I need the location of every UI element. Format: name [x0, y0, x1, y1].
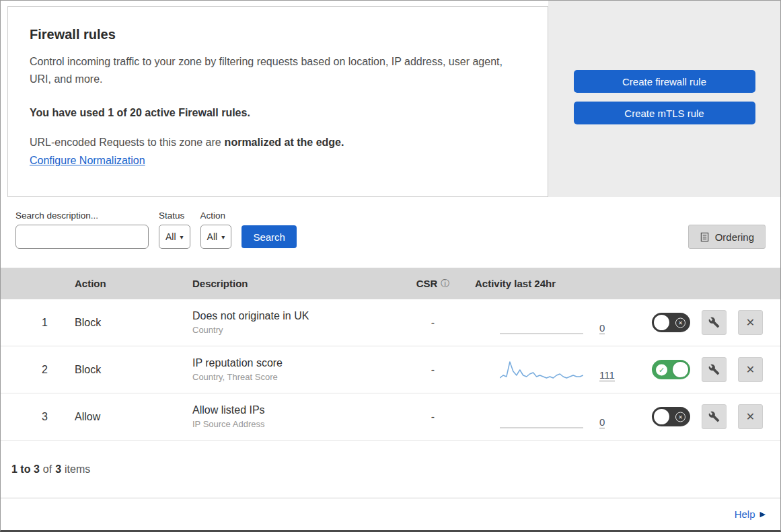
- help-link-label: Help: [735, 508, 755, 520]
- wrench-icon: [708, 317, 720, 328]
- rule-description: Allow listed IPs: [192, 404, 394, 416]
- page-title: Firewall rules: [30, 27, 521, 42]
- wrench-icon: [708, 411, 720, 422]
- rule-activity-cell: 111: [472, 346, 620, 393]
- activity-count-link[interactable]: 111: [599, 370, 615, 381]
- rule-enabled-toggle[interactable]: ✓ ✕: [652, 407, 690, 426]
- header-action: Action: [61, 278, 179, 289]
- table-header: Action Description CSR ⓘ Activity last 2…: [1, 268, 780, 299]
- help-row: Help ▶: [1, 498, 780, 530]
- activity-sparkline: [500, 407, 583, 428]
- pagination-items: items: [65, 463, 90, 476]
- delete-rule-button[interactable]: ✕: [738, 357, 763, 382]
- action-filter-field: Action All ▾: [200, 211, 232, 249]
- delete-rule-button[interactable]: ✕: [738, 310, 763, 335]
- rule-csr-value: -: [394, 411, 472, 423]
- pagination-of: of: [43, 463, 52, 476]
- top-section: Firewall rules Control incoming traffic …: [1, 1, 780, 197]
- rule-activity-cell: 0: [472, 299, 620, 346]
- configure-normalization-link[interactable]: Configure Normalization: [30, 155, 145, 167]
- toggle-knob: [654, 409, 669, 424]
- check-icon: ✓: [656, 364, 667, 375]
- rule-description-cell: Does not originate in UK Country: [179, 310, 394, 335]
- toggle-knob: [654, 315, 669, 330]
- rule-csr-value: -: [394, 364, 472, 376]
- pagination-range: 1 to 3: [11, 463, 40, 476]
- help-link[interactable]: Help ▶: [735, 508, 766, 520]
- close-icon: ✕: [746, 410, 755, 423]
- page-description: Control incoming traffic to your zone by…: [30, 53, 521, 88]
- rule-match-fields: Country, Threat Score: [192, 372, 394, 382]
- x-circle-icon: ✕: [675, 317, 685, 328]
- status-filter-label: Status: [159, 211, 190, 221]
- edit-rule-button[interactable]: [702, 404, 727, 429]
- chevron-down-icon: ▾: [221, 233, 225, 241]
- filter-toolbar: Search description... Status All ▾ Actio…: [1, 197, 780, 268]
- rule-description-cell: IP reputation score Country, Threat Scor…: [179, 357, 394, 382]
- search-label: Search description...: [15, 211, 149, 221]
- table-row: 2 Block IP reputation score Country, Thr…: [1, 346, 780, 393]
- rule-description: IP reputation score: [192, 357, 394, 369]
- list-icon: [700, 232, 710, 242]
- chevron-right-icon: ▶: [760, 510, 766, 519]
- firewall-rules-page: Firewall rules Control incoming traffic …: [0, 0, 781, 532]
- action-filter-dropdown[interactable]: All ▾: [200, 225, 232, 249]
- ordering-button[interactable]: Ordering: [688, 225, 766, 249]
- rule-csr-value: -: [394, 317, 472, 329]
- header-csr: CSR ⓘ: [394, 278, 472, 290]
- normalization-bold: normalized at the edge.: [225, 137, 344, 148]
- edit-rule-button[interactable]: [702, 310, 727, 335]
- rule-action: Block: [61, 317, 179, 329]
- status-filter-field: Status All ▾: [159, 211, 190, 249]
- rule-action: Allow: [61, 411, 179, 423]
- status-filter-dropdown[interactable]: All ▾: [159, 225, 190, 249]
- rule-priority: 2: [1, 364, 61, 376]
- create-firewall-rule-button[interactable]: Create firewall rule: [574, 70, 755, 93]
- activity-sparkline: [500, 313, 583, 334]
- table-row: 3 Allow Allow listed IPs IP Source Addre…: [1, 393, 780, 441]
- rule-enabled-toggle[interactable]: ✓ ✕: [652, 360, 690, 379]
- activity-count-link[interactable]: 0: [599, 323, 605, 334]
- search-box: [15, 225, 149, 249]
- pagination-total: 3: [55, 463, 61, 476]
- pagination: 1 to 3 of 3 items: [11, 463, 90, 476]
- delete-rule-button[interactable]: ✕: [738, 404, 763, 429]
- wrench-icon: [708, 364, 720, 375]
- rule-enabled-toggle[interactable]: ✓ ✕: [652, 313, 690, 332]
- toggle-knob: [673, 362, 688, 377]
- intro-card: Firewall rules Control incoming traffic …: [7, 6, 548, 197]
- normalization-text: URL-encoded Requests to this zone arenor…: [30, 137, 521, 149]
- rule-priority: 3: [1, 411, 61, 423]
- table-row: 1 Block Does not originate in UK Country…: [1, 299, 780, 346]
- search-field: Search description...: [15, 211, 149, 249]
- rule-match-fields: IP Source Address: [192, 419, 394, 429]
- rule-match-fields: Country: [192, 325, 394, 335]
- rule-controls: ✓ ✕ ✕: [620, 310, 780, 335]
- close-icon: ✕: [746, 316, 755, 329]
- rule-description-cell: Allow listed IPs IP Source Address: [179, 404, 394, 429]
- edit-rule-button[interactable]: [702, 357, 727, 382]
- header-activity: Activity last 24hr: [472, 278, 620, 289]
- filter-controls: Search description... Status All ▾ Actio…: [15, 211, 297, 249]
- search-button[interactable]: Search: [241, 225, 297, 248]
- info-icon[interactable]: ⓘ: [441, 278, 449, 290]
- table-footer: 1 to 3 of 3 items: [1, 441, 780, 498]
- activity-count-link[interactable]: 0: [599, 417, 605, 428]
- rule-controls: ✓ ✕ ✕: [620, 404, 780, 429]
- x-circle-icon: ✕: [675, 412, 685, 422]
- rule-action: Block: [61, 364, 179, 376]
- search-input[interactable]: [26, 231, 147, 242]
- chevron-down-icon: ▾: [180, 233, 184, 241]
- activity-sparkline: [500, 360, 583, 381]
- status-filter-value: All: [165, 231, 176, 242]
- action-filter-label: Action: [200, 211, 232, 221]
- create-mtls-rule-button[interactable]: Create mTLS rule: [574, 102, 755, 124]
- normalization-prefix: URL-encoded Requests to this zone are: [30, 137, 221, 148]
- rule-controls: ✓ ✕ ✕: [620, 357, 780, 382]
- rule-description: Does not originate in UK: [192, 310, 394, 322]
- header-csr-label: CSR: [416, 278, 438, 289]
- rule-activity-cell: 0: [472, 393, 620, 440]
- actions-panel: Create firewall rule Create mTLS rule: [548, 1, 780, 197]
- header-description: Description: [179, 278, 394, 289]
- ordering-button-label: Ordering: [715, 231, 754, 243]
